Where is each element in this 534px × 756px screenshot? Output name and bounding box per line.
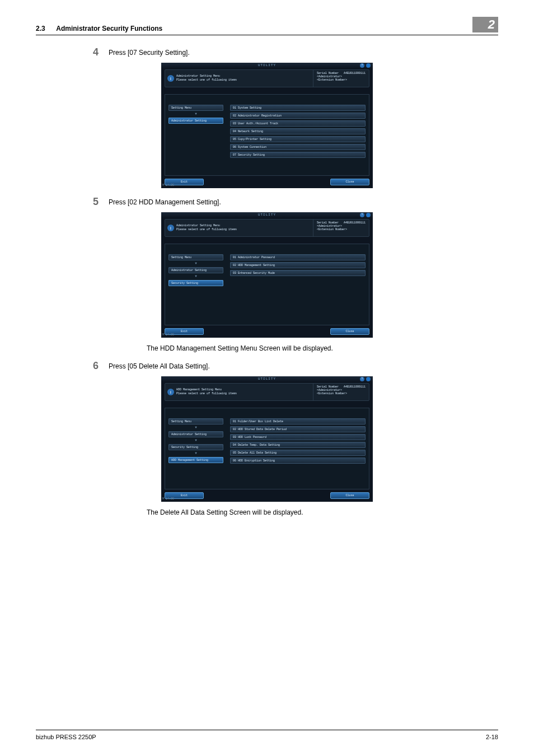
footer-bar: Exit Close — [165, 178, 369, 186]
header-right: Serial Number A4EU011000111 <Administrat… — [313, 384, 369, 400]
result-text: The HDD Management Setting Menu Screen w… — [147, 344, 498, 352]
header-text: Administrator Setting Menu Please select… — [176, 224, 237, 232]
body-area: Setting Menu ▼ Administrator Setting 01 … — [165, 94, 369, 176]
breadcrumb-column: Setting Menu ▼ Administrator Setting ▼ S… — [165, 244, 227, 325]
close-button[interactable]: Close — [330, 492, 369, 499]
menu-item[interactable]: 04 Delete Temp. Data Setting — [230, 442, 366, 448]
breadcrumb-item[interactable]: HDD Management Setting — [168, 457, 223, 463]
header-left: i Administrator Setting Menu Please sele… — [165, 70, 313, 87]
memory-indicator: M 14.3G — [162, 184, 174, 187]
topbar-icons: ? 👤 — [360, 213, 371, 217]
step-number: 4 — [83, 46, 99, 58]
footer-bar: Exit Close — [165, 492, 369, 500]
step-text: Press [02 HDD Management Setting]. — [109, 196, 221, 206]
memory-indicator: M 14.3G — [162, 333, 174, 337]
menu-item[interactable]: 02 HDD Management Setting — [230, 262, 366, 268]
chevron-down-icon: ▼ — [168, 440, 223, 442]
chevron-down-icon: ▼ — [168, 113, 223, 115]
menu-item[interactable]: 02 Administrator Registration — [230, 113, 366, 119]
header-left: i HDD Management Setting Menu Please sel… — [165, 384, 313, 400]
header-right: Serial Number A4EU011000111 <Administrat… — [313, 220, 369, 236]
menu-item[interactable]: 01 Folder/User Box List Delete — [230, 418, 366, 424]
user-icon[interactable]: 👤 — [366, 213, 371, 217]
window-title: UTILITY — [258, 212, 276, 217]
help-icon[interactable]: ? — [360, 63, 364, 68]
menu-item[interactable]: 03 User Auth./Account Track — [230, 120, 366, 127]
menu-item[interactable]: 03 HDD Lock Password — [230, 434, 366, 440]
header-bar: i Administrator Setting Menu Please sele… — [165, 69, 369, 87]
menu-column: 01 System Setting 02 Administrator Regis… — [227, 95, 369, 175]
info-icon: i — [167, 389, 174, 395]
page-number: 2-18 — [486, 734, 498, 740]
chevron-down-icon: ▼ — [168, 276, 223, 278]
breadcrumb-item[interactable]: Administrator Setting — [168, 118, 223, 124]
breadcrumb-item[interactable]: Security Setting — [168, 280, 223, 286]
result-text: The Delete All Data Setting Screen will … — [147, 508, 498, 516]
step-number: 5 — [83, 196, 99, 208]
product-name: bizhub PRESS 2250P — [36, 734, 96, 740]
menu-item[interactable]: 07 Security Setting — [230, 152, 366, 158]
breadcrumb-item[interactable]: Setting Menu — [168, 105, 223, 111]
breadcrumb-column: Setting Menu ▼ Administrator Setting ▼ S… — [165, 408, 227, 489]
section-number: 2.3 — [36, 25, 45, 32]
menu-item[interactable]: 03 Enhanced Security Mode — [230, 270, 366, 276]
screenshot-1: UTILITY ? 👤 i Administrator Setting Menu… — [161, 63, 373, 188]
step-text: Press [05 Delete All Data Setting]. — [109, 360, 210, 370]
menu-item[interactable]: 04 Network Setting — [230, 128, 366, 134]
body-area: Setting Menu ▼ Administrator Setting ▼ S… — [165, 244, 369, 325]
menu-item[interactable]: 01 System Setting — [230, 105, 366, 111]
chevron-down-icon: ▼ — [168, 263, 223, 265]
menu-column: 01 Folder/User Box List Delete 02 HDD St… — [227, 408, 369, 489]
screenshot-3: UTILITY ? 👤 i HDD Management Setting Men… — [161, 376, 373, 502]
section-name: Administrator Security Functions — [56, 25, 162, 32]
breadcrumb-item[interactable]: Administrator Setting — [168, 431, 223, 437]
info-icon: i — [167, 75, 174, 82]
user-icon[interactable]: 👤 — [366, 377, 371, 381]
header-text: HDD Management Setting Menu Please selec… — [176, 388, 237, 396]
memory-indicator: M 14.3G — [162, 497, 174, 501]
body-area: Setting Menu ▼ Administrator Setting ▼ S… — [165, 408, 369, 489]
step-4: 4 Press [07 Security Setting]. — [83, 46, 498, 58]
chevron-down-icon: ▼ — [168, 452, 223, 455]
footer-bar: Exit Close — [165, 328, 369, 335]
step-text: Press [07 Security Setting]. — [109, 46, 190, 57]
document-page: 2.3 Administrator Security Functions 2 4… — [0, 0, 534, 756]
close-button[interactable]: Close — [330, 179, 369, 185]
breadcrumb-item[interactable]: Setting Menu — [168, 254, 223, 260]
header-text: Administrator Setting Menu Please select… — [176, 74, 237, 82]
chapter-badge: 2 — [472, 17, 498, 32]
step-number: 6 — [83, 360, 99, 372]
close-button[interactable]: Close — [330, 328, 369, 335]
menu-column: 01 Administrator Password 02 HDD Managem… — [227, 244, 369, 325]
breadcrumb-column: Setting Menu ▼ Administrator Setting — [165, 95, 227, 175]
help-icon[interactable]: ? — [360, 213, 364, 217]
info-icon: i — [167, 225, 174, 231]
header-bar: i Administrator Setting Menu Please sele… — [165, 219, 369, 237]
menu-item[interactable]: 05 Delete All Data Setting — [230, 450, 366, 456]
step-5: 5 Press [02 HDD Management Setting]. — [83, 196, 498, 208]
topbar-icons: ? 👤 — [360, 377, 371, 381]
user-icon[interactable]: 👤 — [366, 63, 371, 68]
section-title: 2.3 Administrator Security Functions — [36, 25, 162, 32]
breadcrumb-item[interactable]: Administrator Setting — [168, 267, 223, 273]
step-6: 6 Press [05 Delete All Data Setting]. — [83, 360, 498, 372]
topbar-icons: ? 👤 — [360, 63, 371, 68]
screenshot-2: UTILITY ? 👤 i Administrator Setting Menu… — [161, 212, 373, 338]
menu-item[interactable]: 06 HDD Encryption Setting — [230, 458, 366, 464]
menu-item[interactable]: 06 System Connection — [230, 144, 366, 150]
window-title: UTILITY — [258, 376, 276, 381]
header-bar: i HDD Management Setting Menu Please sel… — [165, 383, 369, 401]
page-header: 2.3 Administrator Security Functions 2 — [36, 17, 498, 35]
help-icon[interactable]: ? — [360, 377, 364, 381]
header-left: i Administrator Setting Menu Please sele… — [165, 220, 313, 236]
breadcrumb-item[interactable]: Security Setting — [168, 444, 223, 450]
breadcrumb-item[interactable]: Setting Menu — [168, 418, 223, 424]
window-title: UTILITY — [258, 63, 276, 67]
chevron-down-icon: ▼ — [168, 427, 223, 429]
header-right: Serial Number A4EU011000111 <Administrat… — [313, 70, 369, 87]
menu-item[interactable]: 01 Administrator Password — [230, 254, 366, 260]
page-footer: bizhub PRESS 2250P 2-18 — [36, 730, 498, 740]
menu-item[interactable]: 05 Copy/Printer Setting — [230, 136, 366, 142]
menu-item[interactable]: 02 HDD Stored Data Delete Period — [230, 426, 366, 432]
